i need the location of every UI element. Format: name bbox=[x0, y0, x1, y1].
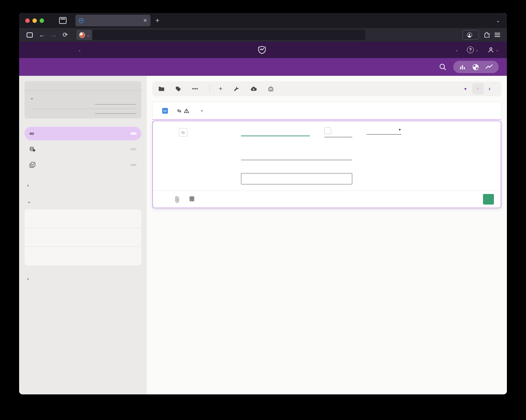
window-controls[interactable] bbox=[25, 18, 44, 23]
maximize-window-button[interactable] bbox=[40, 18, 44, 23]
filter-uncategorized-items[interactable] bbox=[25, 142, 141, 156]
transactions-table: ⇆ ▼ ⇆ bbox=[152, 102, 501, 209]
infinity-icon: ∞ bbox=[29, 130, 38, 137]
account-item-wallets[interactable] bbox=[25, 247, 141, 265]
transaction-editor: ⇆ ▼ bbox=[152, 121, 501, 208]
wrench-icon bbox=[234, 86, 239, 92]
nav-manage[interactable]: ⌄ bbox=[454, 48, 458, 52]
filter-all-transactions[interactable]: ∞ bbox=[25, 127, 141, 140]
transfer-column-icon: ⇆ bbox=[177, 108, 181, 113]
sign-in-button[interactable] bbox=[463, 30, 479, 40]
save-button[interactable] bbox=[483, 194, 494, 205]
transfer-toggle-button[interactable]: ⇆ bbox=[179, 128, 187, 137]
chevron-down-icon: ⌄ bbox=[27, 199, 31, 204]
tools-button[interactable] bbox=[234, 86, 242, 92]
url-bar[interactable]: ⌄ bbox=[76, 30, 365, 40]
extensions-puzzle-icon[interactable] bbox=[484, 32, 490, 38]
help-icon: ? bbox=[467, 46, 474, 53]
main-content: ••• + bbox=[147, 76, 507, 394]
close-window-button[interactable] bbox=[25, 18, 30, 23]
more-button[interactable]: ••• bbox=[192, 86, 201, 92]
pocketsmith-favicon-shield-icon bbox=[79, 18, 84, 23]
filter-awaiting-confirmation[interactable] bbox=[25, 158, 141, 172]
more-dots-icon: ••• bbox=[192, 86, 198, 92]
chart-view-switcher bbox=[453, 61, 499, 73]
editor-footer bbox=[153, 191, 501, 208]
pie-chart-icon[interactable] bbox=[472, 64, 479, 70]
toolbar-divider bbox=[210, 85, 210, 93]
forward-button[interactable]: → bbox=[48, 31, 59, 39]
pocketsmith-logo[interactable] bbox=[258, 46, 268, 54]
robot-icon bbox=[268, 86, 274, 92]
nav-reports[interactable]: ⌄ bbox=[76, 48, 81, 52]
show-entries-control[interactable]: ▾ bbox=[464, 86, 467, 92]
user-menu[interactable]: ⌄ bbox=[487, 46, 499, 53]
pager: ‹ › bbox=[472, 83, 495, 94]
receipt-icon[interactable] bbox=[188, 196, 195, 203]
plus-icon: + bbox=[219, 85, 223, 93]
editor-amount-input[interactable] bbox=[333, 126, 352, 136]
transactions-toolbar: ••• + bbox=[152, 81, 501, 96]
saved-searches-section[interactable]: › bbox=[25, 183, 141, 188]
minimize-window-button[interactable] bbox=[32, 18, 37, 23]
sidebar: ⌄ ∞ bbox=[19, 76, 147, 394]
tag-icon bbox=[175, 86, 181, 92]
user-icon bbox=[487, 46, 494, 53]
sum-total-toggle[interactable]: ⌄ bbox=[30, 95, 136, 100]
total-out-row bbox=[30, 113, 136, 114]
prev-page-button[interactable]: ‹ bbox=[472, 83, 484, 94]
duckduckgo-icon bbox=[79, 32, 85, 38]
sort-chevron-icon: ▼ bbox=[200, 109, 203, 113]
editor-labels-input[interactable] bbox=[241, 173, 352, 184]
editor-note-input[interactable] bbox=[241, 151, 352, 160]
browser-tab[interactable]: ✕ bbox=[75, 15, 151, 26]
reload-button[interactable]: ⟳ bbox=[60, 31, 70, 39]
page-subheader bbox=[19, 58, 507, 76]
filter-count-badge bbox=[130, 148, 137, 150]
next-page-button[interactable]: › bbox=[484, 83, 495, 94]
chevron-right-icon: › bbox=[27, 183, 29, 188]
browser-tab-bar: ✕ + ⌄ bbox=[19, 13, 507, 28]
list-tabs-chevron-icon[interactable]: ⌄ bbox=[496, 18, 500, 23]
trend-chart-icon[interactable] bbox=[486, 64, 493, 70]
export-button[interactable] bbox=[251, 86, 259, 91]
tab-close-icon[interactable]: ✕ bbox=[143, 18, 147, 23]
menu-hamburger-icon[interactable] bbox=[495, 33, 500, 37]
select-all-checkbox[interactable] bbox=[162, 108, 168, 114]
chevron-down-icon: ⌄ bbox=[496, 48, 499, 52]
help-menu[interactable]: ?⌄ bbox=[467, 46, 478, 53]
chevron-down-icon: ⌄ bbox=[78, 48, 81, 52]
back-button[interactable]: ← bbox=[37, 31, 47, 39]
bar-chart-icon[interactable] bbox=[459, 64, 466, 70]
account-item-credit-card[interactable] bbox=[25, 228, 141, 247]
category-button[interactable] bbox=[158, 86, 167, 91]
editor-merchant-input[interactable] bbox=[241, 126, 310, 136]
firefox-view-icon[interactable] bbox=[59, 17, 67, 24]
sidebar-toggle-icon[interactable] bbox=[27, 32, 33, 38]
browser-window: ✕ + ⌄ ← → ⟳ ⌄ ⌄ bbox=[19, 13, 507, 394]
account-item-checking[interactable] bbox=[25, 209, 141, 228]
search-icon[interactable] bbox=[439, 63, 446, 71]
accounts-section[interactable]: ⌄ bbox=[25, 199, 141, 204]
new-tab-button[interactable]: + bbox=[155, 16, 159, 25]
editor-category-dropdown[interactable]: ▼ bbox=[367, 128, 401, 135]
browser-toolbar: ← → ⟳ ⌄ bbox=[19, 28, 507, 42]
page-size-dropdown[interactable]: ▾ bbox=[464, 86, 467, 92]
sign-toggle-button[interactable] bbox=[324, 127, 331, 134]
labels-button[interactable] bbox=[175, 86, 183, 92]
total-out-value bbox=[95, 113, 136, 114]
filter-list: ∞ bbox=[25, 127, 141, 172]
categories-section[interactable]: › bbox=[25, 276, 141, 281]
editor-amount-group bbox=[324, 126, 352, 137]
search-engine-chip[interactable]: ⌄ bbox=[76, 30, 92, 40]
attachment-paperclip-icon[interactable] bbox=[175, 196, 180, 203]
ai-tasks-button[interactable] bbox=[268, 86, 276, 92]
chevron-down-icon: ⌄ bbox=[455, 48, 458, 52]
header-date[interactable]: ▼ bbox=[198, 108, 241, 113]
filter-count-badge bbox=[130, 164, 137, 166]
chevron-down-icon: ⌄ bbox=[30, 95, 34, 100]
pocketsmith-shield-icon bbox=[258, 46, 266, 54]
selected-out-row bbox=[30, 104, 136, 104]
add-button[interactable]: + bbox=[219, 85, 225, 93]
coins-icon bbox=[29, 146, 38, 152]
